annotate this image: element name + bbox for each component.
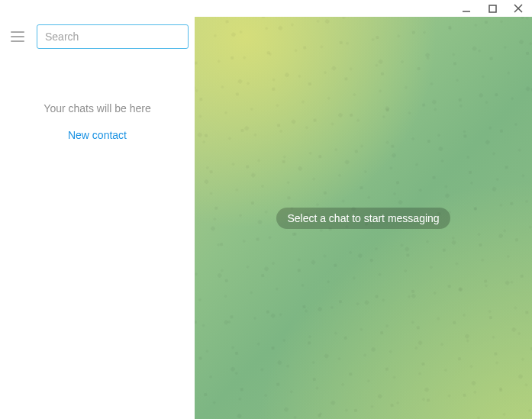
chats-empty-text: Your chats will be here [0,102,195,114]
menu-button[interactable] [11,28,27,45]
minimize-icon [462,4,471,13]
search-input[interactable] [37,24,189,49]
new-contact-link[interactable]: New contact [68,129,127,141]
close-icon [514,4,523,13]
maximize-icon [488,5,497,13]
svg-rect-1 [489,5,496,12]
window-controls [0,0,532,17]
hamburger-icon [11,40,24,42]
chat-area: Select a chat to start messaging [195,17,532,419]
hamburger-icon [11,31,24,33]
window-minimize-button[interactable] [457,0,476,17]
window-maximize-button[interactable] [483,0,501,17]
window-close-button[interactable] [509,0,527,17]
chat-empty-prompt: Select a chat to start messaging [276,208,450,229]
sidebar-header [0,17,195,56]
sidebar-body: Your chats will be here New contact [0,56,195,419]
sidebar: Your chats will be here New contact [0,17,195,419]
app-root: Your chats will be here New contact Sele… [0,17,532,419]
hamburger-icon [11,36,24,37]
